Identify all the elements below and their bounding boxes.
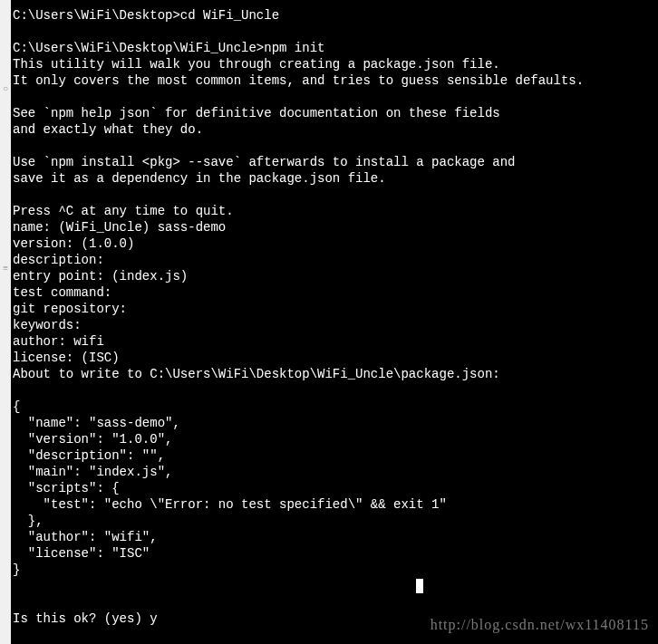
terminal-line: "main": "index.js", [13, 464, 658, 480]
terminal-line: "name": "sass-demo", [13, 415, 658, 431]
gutter-collapse-icon[interactable]: ○ [0, 83, 11, 94]
terminal-line: license: (ISC) [13, 350, 658, 366]
gutter-menu-icon[interactable]: ≡ [0, 263, 11, 274]
terminal-line: Press ^C at any time to quit. [13, 203, 658, 219]
terminal-line: C:\Users\WiFi\Desktop\WiFi_Uncle>npm ini… [13, 40, 658, 56]
terminal-line [13, 382, 658, 399]
terminal-line: This utility will walk you through creat… [13, 56, 658, 72]
terminal-line: "scripts": { [13, 480, 658, 496]
terminal-line: "description": "", [13, 447, 658, 464]
terminal-line: About to write to C:\Users\WiFi\Desktop\… [13, 366, 658, 382]
terminal-line: test command: [13, 284, 658, 301]
terminal-line [13, 138, 658, 154]
terminal-line: keywords: [13, 317, 658, 333]
terminal-line [13, 24, 658, 40]
terminal-line: entry point: (index.js) [13, 268, 658, 284]
terminal-line: git repository: [13, 301, 658, 317]
terminal-line: { [13, 399, 658, 415]
terminal-line: "version": "1.0.0", [13, 431, 658, 447]
terminal-line: "test": "echo \"Error: no test specified… [13, 496, 658, 513]
terminal-output[interactable]: C:\Users\WiFi\Desktop>cd WiFi_UncleC:\Us… [11, 0, 658, 644]
terminal-line [13, 187, 658, 203]
terminal-line: Use `npm install <pkg> --save` afterward… [13, 154, 658, 170]
terminal-line: } [13, 562, 658, 578]
terminal-line: description: [13, 252, 658, 268]
terminal-line: }, [13, 513, 658, 529]
terminal-line [13, 594, 658, 610]
terminal-line: and exactly what they do. [13, 121, 658, 138]
terminal-line: "author": "wifi", [13, 529, 658, 545]
terminal-line: name: (WiFi_Uncle) sass-demo [13, 219, 658, 235]
cursor [416, 579, 423, 593]
terminal-line: See `npm help json` for definitive docum… [13, 105, 658, 121]
terminal-line: It only covers the most common items, an… [13, 72, 658, 89]
left-gutter: ○ ≡ [0, 0, 11, 644]
terminal-line: author: wifi [13, 333, 658, 350]
terminal-line: C:\Users\WiFi\Desktop>cd WiFi_Uncle [13, 7, 658, 24]
terminal-line [13, 89, 658, 105]
terminal-line [13, 578, 658, 594]
terminal-line: save it as a dependency in the package.j… [13, 170, 658, 187]
terminal-line: version: (1.0.0) [13, 235, 658, 252]
terminal-line: "license": "ISC" [13, 545, 658, 562]
watermark-text: http://blog.csdn.net/wx11408115 [431, 617, 649, 633]
